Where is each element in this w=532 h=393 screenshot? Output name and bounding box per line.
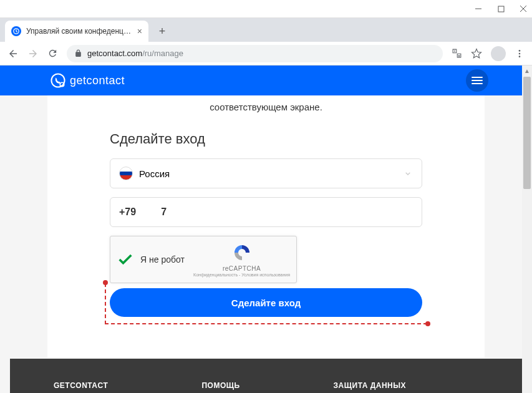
favicon-icon xyxy=(11,26,21,36)
brand-text: getcontact xyxy=(70,74,125,87)
profile-avatar[interactable] xyxy=(491,46,506,61)
recaptcha-label: Я не робот xyxy=(140,255,193,264)
minimize-icon[interactable] xyxy=(475,5,482,12)
forward-button[interactable] xyxy=(27,48,39,59)
recaptcha-logo-icon xyxy=(232,243,252,263)
url-text: getcontact.com/ru/manage xyxy=(87,49,183,58)
phone-prefix: +79 xyxy=(119,206,136,218)
maximize-icon[interactable] xyxy=(497,5,505,12)
checkmark-icon xyxy=(117,251,134,268)
address-bar: getcontact.com/ru/manage xyxy=(0,42,532,66)
country-select[interactable]: Россия xyxy=(110,158,422,188)
phone-suffix: 7 xyxy=(161,206,167,218)
footer-col-brand[interactable]: GETCONTACT xyxy=(54,381,108,390)
logo-icon xyxy=(50,72,66,89)
scroll-up-icon[interactable]: ▲ xyxy=(522,66,532,75)
svg-rect-1 xyxy=(498,6,504,12)
svg-point-5 xyxy=(519,50,521,52)
menu-button[interactable] xyxy=(466,69,488,92)
recaptcha-branding: reCAPTCHA Конфиденциальность - Условия и… xyxy=(193,243,290,277)
reload-button[interactable] xyxy=(47,48,58,59)
browser-tab[interactable]: Управляй своим конфеденциал × xyxy=(5,21,148,42)
tab-bar: Управляй своим конфеденциал × + xyxy=(0,18,532,42)
tab-title: Управляй своим конфеденциал xyxy=(26,27,132,36)
site-logo[interactable]: getcontact xyxy=(50,72,125,89)
close-icon[interactable] xyxy=(520,5,527,12)
recaptcha-widget[interactable]: Я не робот reCAPTCHA Конфиденциальность … xyxy=(110,236,297,283)
chevron-down-icon xyxy=(403,168,413,178)
svg-point-6 xyxy=(519,52,521,54)
footer-col-privacy[interactable]: ЗАЩИТА ДАННЫХ xyxy=(334,381,406,390)
svg-point-8 xyxy=(51,74,64,87)
lock-icon xyxy=(74,49,82,57)
window-titlebar xyxy=(0,0,532,18)
back-button[interactable] xyxy=(7,48,19,59)
translate-icon[interactable] xyxy=(452,48,462,59)
submit-button[interactable]: Сделайте вход xyxy=(110,288,422,317)
url-input[interactable]: getcontact.com/ru/manage xyxy=(67,45,443,62)
subtitle-text: соответствующем экране. xyxy=(110,102,422,112)
phone-input[interactable]: +797 xyxy=(110,197,422,227)
login-heading: Сделайте вход xyxy=(110,131,422,147)
site-header: getcontact xyxy=(0,66,532,95)
svg-point-7 xyxy=(519,56,521,57)
new-tab-button[interactable]: + xyxy=(153,22,171,40)
scrollbar[interactable]: ▲ xyxy=(522,66,532,393)
scroll-thumb[interactable] xyxy=(523,77,531,189)
bookmark-icon[interactable] xyxy=(471,48,482,59)
hamburger-icon xyxy=(472,76,483,85)
flag-russia-icon xyxy=(119,167,133,180)
viewport: getcontact соответствующем экране. Сдела… xyxy=(0,66,532,393)
country-name: Россия xyxy=(139,168,170,179)
menu-icon[interactable] xyxy=(515,49,525,59)
tab-close-icon[interactable]: × xyxy=(137,26,142,36)
site-footer: GETCONTACT ПОМОЩЬ ЗАЩИТА ДАННЫХ xyxy=(10,359,522,393)
login-card: соответствующем экране. Сделайте вход Ро… xyxy=(47,95,485,357)
footer-col-help[interactable]: ПОМОЩЬ xyxy=(201,381,239,390)
